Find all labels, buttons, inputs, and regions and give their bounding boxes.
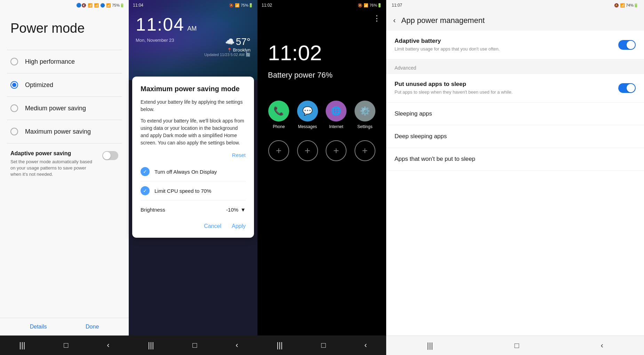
adaptive-battery-toggle[interactable] <box>618 40 636 50</box>
phone-icon[interactable]: 📞 <box>268 101 289 121</box>
max-power-dialog: Maximum power saving mode Extend your ba… <box>132 77 254 238</box>
time-panel3: 11:02 <box>262 3 272 8</box>
dialog-desc2: To extend your battery life, we'll block… <box>141 117 246 147</box>
apps-wont-sleep-label: Apps that won't be put to sleep <box>395 156 475 163</box>
adaptive-desc: Set the power mode automatically based o… <box>10 159 94 178</box>
status-icons-panel2: 🔕 📶 75%🔋 <box>229 3 253 8</box>
brightness-pct: -10% <box>226 207 238 213</box>
check-divider-1 <box>141 181 246 181</box>
bluetooth-icon: 🔵 <box>76 3 81 8</box>
status-bar-panel3: 11:02 🔕 📶 76%🔋 <box>257 0 386 10</box>
nav-menu-icon[interactable]: ||| <box>19 341 25 350</box>
apps-wont-sleep-row[interactable]: Apps that won't be put to sleep <box>386 148 644 171</box>
radio-circle-optimized[interactable] <box>10 81 18 89</box>
radio-label-medium: Medium power saving <box>25 105 86 112</box>
panel2-footer: ||| □ ‹ <box>129 336 257 355</box>
panel1-footer: Details Done ||| □ ‹ <box>0 318 129 355</box>
radio-label-high: High performance <box>25 58 75 65</box>
radio-circle-high[interactable] <box>10 58 18 65</box>
messages-label: Messages <box>298 124 317 129</box>
status-bar-panel4: 11:07 🔕 📶 74%🔋 <box>386 0 644 10</box>
dialog-apply-button[interactable]: Apply <box>232 223 246 229</box>
time-panel4: 11:07 <box>392 3 402 8</box>
settings-icon[interactable]: ⚙️ <box>355 101 375 121</box>
signal-icon: 📶 <box>94 3 99 8</box>
nav-bar-panel2: ||| □ ‹ <box>129 336 257 355</box>
brightness-label: Brightness <box>141 207 165 213</box>
deep-sleeping-apps-row[interactable]: Deep sleeping apps <box>386 125 644 148</box>
nav-back-icon[interactable]: ‹ <box>107 341 109 350</box>
check-divider-2 <box>141 200 246 200</box>
status-bar-panel2: 11:04 🔕 📶 75%🔋 <box>129 0 257 10</box>
status-bar-panel1: 🔵 🔇 📶 📶 🔵 📶 75%🔋 <box>0 0 129 10</box>
nav-menu-icon-p2[interactable]: ||| <box>148 341 154 350</box>
battery-text-p1: 🔵 📶 75%🔋 <box>100 3 125 8</box>
sleeping-apps-row[interactable]: Sleeping apps <box>386 103 644 125</box>
nav-back-icon-p4[interactable]: ‹ <box>601 341 603 350</box>
radio-circle-max[interactable] <box>10 128 18 135</box>
back-arrow-icon[interactable]: ‹ <box>393 16 396 25</box>
clock-display: 11:04 <box>136 14 184 35</box>
add-app-1[interactable]: + <box>268 140 289 161</box>
check-icon-aod: ✓ <box>141 167 150 176</box>
done-button[interactable]: Done <box>86 324 99 330</box>
radio-high-performance[interactable]: High performance <box>0 50 129 73</box>
adaptive-title: Adaptive power saving <box>10 150 94 157</box>
panel-power-mode: 🔵 🔇 📶 📶 🔵 📶 75%🔋 Power mode High perform… <box>0 0 129 355</box>
nav-menu-icon-p4[interactable]: ||| <box>427 341 433 350</box>
radio-circle-medium[interactable] <box>10 104 18 112</box>
add-app-3[interactable]: + <box>326 140 347 161</box>
radio-optimized[interactable]: Optimized <box>0 73 129 96</box>
app-settings[interactable]: ⚙️ Settings <box>355 101 375 129</box>
radio-label-max: Maximum power saving <box>25 128 91 135</box>
adaptive-toggle[interactable] <box>102 151 118 160</box>
app-internet[interactable]: 🌐 Internet <box>326 101 347 129</box>
icons-panel4: 🔕 📶 74%🔋 <box>614 3 638 8</box>
nav-home-icon-p4[interactable]: □ <box>515 341 519 350</box>
advanced-section-label: Advanced <box>386 60 644 74</box>
nav-home-icon[interactable]: □ <box>64 341 68 350</box>
status-icons-panel1: 🔇 📶 📶 🔵 📶 75%🔋 <box>81 3 125 8</box>
nav-menu-icon-p3[interactable]: ||| <box>277 341 283 350</box>
put-unused-apps-title: Put unused apps to sleep <box>395 81 512 88</box>
brightness-value: -10% ▼ <box>226 207 246 213</box>
brightness-dropdown-icon[interactable]: ▼ <box>240 207 246 213</box>
panel1-buttons: Details Done <box>0 318 129 336</box>
add-app-2[interactable]: + <box>297 140 318 161</box>
panel4-title: App power management <box>401 16 485 25</box>
put-unused-apps-toggle[interactable] <box>618 83 636 93</box>
panel-max-power-dialog: 11:04 🔕 📶 75%🔋 11:04 AM Mon, November 23… <box>129 0 257 355</box>
internet-icon[interactable]: 🌐 <box>326 101 347 121</box>
add-app-4[interactable]: + <box>355 140 375 161</box>
deep-sleeping-apps-label: Deep sleeping apps <box>395 133 447 140</box>
app-phone[interactable]: 📞 Phone <box>268 101 289 129</box>
updated-text: Updated 11/23 5:02 AM 🔄 <box>204 53 251 57</box>
details-button[interactable]: Details <box>30 324 47 330</box>
panel-battery-home: 11:02 🔕 📶 76%🔋 ⋮ 11:02 Battery power 76%… <box>257 0 386 355</box>
nav-home-icon-p3[interactable]: □ <box>321 341 326 350</box>
dialog-actions: Cancel Apply <box>141 218 246 229</box>
power-mode-title: Power mode <box>0 10 129 50</box>
nav-home-icon-p2[interactable]: □ <box>192 341 197 350</box>
dialog-cancel-button[interactable]: Cancel <box>204 223 221 229</box>
radio-label-optimized: Optimized <box>25 81 53 89</box>
three-dots-icon[interactable]: ⋮ <box>373 14 381 23</box>
radio-medium-power[interactable]: Medium power saving <box>0 97 129 120</box>
nav-bar-panel4: ||| □ ‹ <box>386 336 644 355</box>
adaptive-battery-desc: Limit battery usage for apps that you do… <box>395 46 500 52</box>
messages-icon[interactable]: 💬 <box>297 101 318 121</box>
app-messages[interactable]: 💬 Messages <box>297 101 318 129</box>
icons-panel3: 🔕 📶 76%🔋 <box>358 3 382 8</box>
internet-label: Internet <box>329 124 343 129</box>
weather-icon: ☁️ <box>225 37 234 46</box>
icons-panel2: 🔕 📶 75%🔋 <box>229 3 253 8</box>
nav-back-icon-p3[interactable]: ‹ <box>364 341 367 350</box>
brightness-row: Brightness -10% ▼ <box>141 202 246 218</box>
battery-power-text: Battery power 76% <box>257 71 386 80</box>
menu-button-panel3[interactable]: ⋮ <box>257 10 386 26</box>
nav-bar-panel1: ||| □ ‹ <box>0 336 129 355</box>
sleeping-apps-label: Sleeping apps <box>395 110 432 117</box>
dialog-reset-button[interactable]: Reset <box>141 152 246 158</box>
radio-max-power[interactable]: Maximum power saving <box>0 120 129 143</box>
nav-back-icon-p2[interactable]: ‹ <box>236 341 238 350</box>
